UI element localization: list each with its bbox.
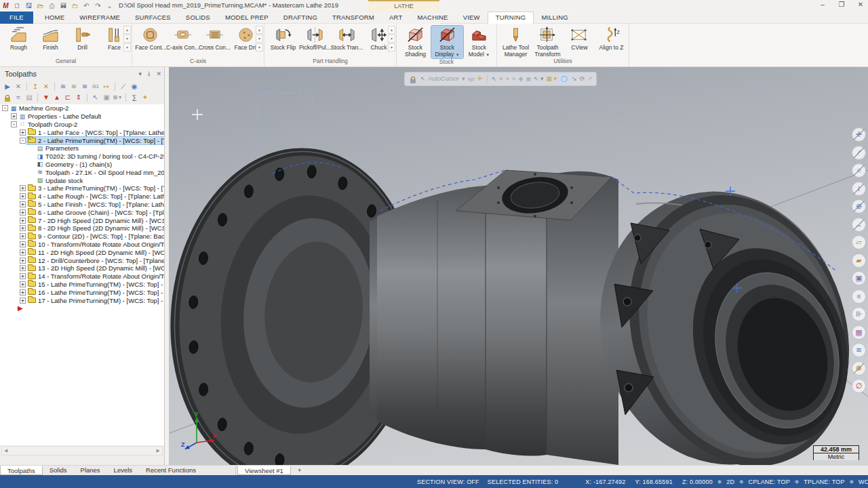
tree-item[interactable]: +▥Properties - Lathe Default (0, 113, 164, 121)
expand-icon[interactable]: + (20, 233, 26, 239)
select-sphere-1-icon[interactable]: ● (499, 73, 502, 85)
documents-icon[interactable]: 🗀 (71, 1, 79, 10)
panel-pin-icon[interactable]: ⊸ (146, 71, 153, 77)
qm-surface[interactable]: ⊕ (852, 199, 866, 214)
expand-icon[interactable]: + (20, 298, 26, 304)
qm-line[interactable]: ∕ (852, 146, 866, 160)
toolbar-icon[interactable]: ⇕ (74, 93, 83, 102)
panel-tab-recent-functions[interactable]: Recent Functions (139, 466, 203, 475)
tab-machine[interactable]: MACHINE (410, 12, 455, 24)
cview-button[interactable]: CView (564, 26, 595, 52)
qm-point[interactable]: ✛ (852, 127, 866, 142)
collapse-icon[interactable]: - (20, 138, 26, 144)
expand-icon[interactable]: + (20, 258, 26, 264)
toolbar-icon[interactable]: ✕ (14, 82, 23, 92)
toolbar-icon[interactable]: ≋ (80, 82, 90, 92)
scroll-right-icon[interactable]: ▶ (157, 448, 160, 453)
toolbar-icon[interactable]: ⊞ ▾ (113, 93, 122, 102)
viewsheet-tab[interactable]: Viewsheet #1 (237, 466, 291, 475)
add-point-icon[interactable]: ✛ (477, 73, 483, 85)
tree-item[interactable]: +14 - Transform/Rotate Rotate About Orig… (0, 272, 164, 281)
qm-hierarchy[interactable]: ⊪ (852, 307, 866, 321)
tree-item[interactable]: +7 - 2D High Speed (2D Dynamic Mill) - [… (0, 216, 164, 224)
finish-button[interactable]: Finish (35, 26, 66, 52)
tab-transform[interactable]: TRANSFORM (325, 12, 382, 24)
qm-list[interactable]: ≡ (852, 289, 866, 304)
tree-item[interactable]: -▦Machine Group-2 (0, 104, 164, 113)
tab-wireframe[interactable]: WIREFRAME (72, 12, 127, 24)
qm-levels[interactable]: ≋ (852, 343, 866, 357)
tab-view[interactable]: VIEW (456, 12, 488, 24)
mastercam-logo-icon[interactable]: M (1, 1, 10, 10)
highlighted-select-icon[interactable]: ◯ (559, 73, 569, 85)
open-icon[interactable]: 🗁 (36, 1, 45, 10)
tree-item[interactable]: +≋Toolpath - 27.1K - Oil Spool Head mm_2… (0, 168, 164, 176)
undo-icon[interactable]: ↶ (82, 1, 91, 10)
mode-2d-3d[interactable]: 2D (726, 479, 734, 485)
expand-icon[interactable]: + (20, 281, 26, 287)
regenerate-icon[interactable]: ⟳ (580, 73, 585, 85)
gallery-scroll[interactable]: ▴▾▾ (256, 26, 263, 52)
expand-icon[interactable]: + (20, 218, 26, 224)
panel-menu-icon[interactable]: ▾ (138, 70, 142, 77)
panel-tab-toolpaths[interactable]: Toolpaths (0, 466, 43, 475)
toolbar-icon[interactable]: ▲ (52, 93, 62, 102)
stock-transfer-button[interactable]: Stock Tran... (331, 26, 363, 52)
qm-solid[interactable]: ▰ (852, 253, 866, 268)
tree-item[interactable]: +1 - Lathe Face - [WCS: Top] - [Tplane: … (0, 128, 164, 136)
toolbar-icon[interactable]: ◉ (130, 82, 139, 92)
qm-dimension[interactable]: ↔ (852, 218, 866, 232)
cross-contour-button[interactable]: Cross Con... (199, 26, 231, 52)
tree-item[interactable]: +◧Geometry - (1) chain(s) (0, 161, 164, 169)
clear-selection-icon[interactable]: ➚ (587, 73, 593, 85)
scroll-left-icon[interactable]: ◀ (4, 448, 7, 453)
pickoff-button[interactable]: Pickoff/Pul... (299, 26, 331, 52)
collapse-icon[interactable]: - (11, 121, 17, 127)
expand-icon[interactable]: + (11, 113, 17, 119)
tree-item[interactable]: +◨T0202: 3D turning / boring tool - C4-C… (0, 152, 164, 161)
expand-icon[interactable]: + (20, 185, 26, 191)
expand-icon[interactable]: + (20, 193, 26, 199)
autocursor-label[interactable]: AutoCursor (429, 73, 460, 85)
tab-file[interactable]: FILE (0, 12, 33, 24)
tool-manager-button[interactable]: Lathe Tool Manager (500, 26, 532, 58)
toolbar-icon[interactable]: G1 (91, 82, 100, 92)
qm-measure[interactable]: ▱ (852, 235, 866, 249)
toolbar-icon[interactable]: ▤ (24, 93, 34, 102)
tree-item[interactable]: +4 - Lathe Rough - [WCS: Top] - [Tplane:… (0, 192, 164, 201)
tplane-selector[interactable]: TPLANE: TOP (804, 479, 844, 485)
expand-icon[interactable]: + (20, 273, 26, 279)
tab-art[interactable]: ART (382, 12, 410, 24)
panel-tab-solids[interactable]: Solids (43, 466, 74, 475)
tab-turning[interactable]: TURNING (488, 12, 534, 24)
tree-item[interactable]: +15 - Lathe PrimeTurning(TM) - [WCS: Top… (0, 281, 164, 289)
tree-item[interactable]: +3 - Lathe PrimeTurning(TM) - [WCS: Top]… (0, 184, 164, 192)
toolpath-transform-button[interactable]: Toolpath Transform (532, 26, 564, 58)
panel-close-icon[interactable]: ✕ (156, 70, 161, 77)
tab-milling[interactable]: MILLING (534, 12, 575, 24)
tree-item[interactable]: +17 - Lathe PrimeTurning(TM) - [WCS: Top… (0, 296, 164, 304)
cplane-selector[interactable]: CPLANE: TOP (749, 479, 790, 485)
tree-item[interactable]: +8 - 2D High Speed (2D Dynamic Mill) - [… (0, 224, 164, 232)
face-contour-button[interactable]: Face Cont... (135, 26, 167, 52)
expand-icon[interactable]: + (20, 129, 26, 136)
select-icon[interactable]: ↖ (492, 73, 497, 85)
tree-item[interactable]: +13 - 2D High Speed (2D Dynamic Mill) - … (0, 264, 164, 272)
select-body-icon[interactable]: ◼ (526, 73, 530, 85)
tab-surfaces[interactable]: SURFACES (127, 12, 178, 24)
tree-item[interactable]: +5 - Lathe Finish - [WCS: Top] - [Tplane… (0, 201, 164, 209)
tree-item[interactable]: +16 - Lathe PrimeTurning(TM) - [WCS: Top… (0, 288, 164, 296)
collapse-icon[interactable]: - (2, 105, 8, 111)
qm-settings[interactable]: ☸ (852, 361, 866, 375)
stock-display-button[interactable]: Stock Display ▼ (431, 26, 463, 58)
tab-solids[interactable]: SOLIDS (178, 12, 218, 24)
toolbar-icon[interactable]: ✕ (41, 82, 51, 92)
save-icon[interactable]: 🖫 (24, 1, 33, 10)
close-button[interactable]: ✕ (856, 1, 865, 8)
lock-icon[interactable] (5, 98, 10, 102)
stock-shading-button[interactable]: Stock Shading (399, 26, 431, 58)
qm-color[interactable]: ▦ (852, 325, 866, 340)
panel-tab-planes[interactable]: Planes (74, 466, 107, 475)
toolbar-icon[interactable]: ∑ (130, 93, 139, 102)
stock-flip-button[interactable]: Stock Flip (267, 26, 299, 52)
